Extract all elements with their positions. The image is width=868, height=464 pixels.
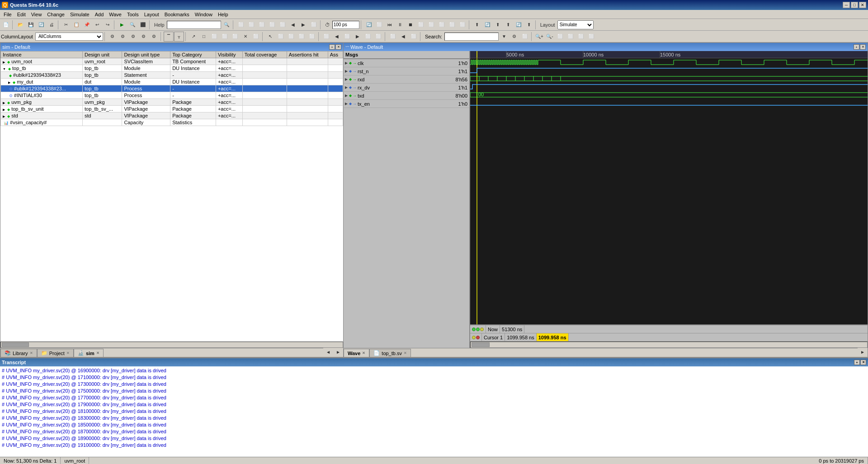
search-btn2[interactable]: ⬜	[520, 32, 530, 42]
help-search-btn[interactable]: 🔍	[222, 20, 231, 30]
signal-row[interactable]: ▶ ◆ → tx_en 1'h0	[344, 100, 469, 108]
minimize-button[interactable]: ─	[843, 2, 850, 8]
zoom-in-btn[interactable]: 🔍+	[534, 32, 544, 42]
left-hscroll[interactable]	[0, 342, 343, 348]
copy-btn[interactable]: 📋	[71, 20, 81, 30]
signal-row[interactable]: ▶ ◆ → rst_n 1'h1	[344, 67, 469, 75]
table-row[interactable]: ⚙ #INITIAL#30	[1, 92, 83, 99]
wv-btn16[interactable]: ▶	[353, 32, 363, 42]
col-btn1[interactable]: ⚙	[108, 32, 118, 42]
menu-window[interactable]: Window	[192, 10, 215, 19]
search-input[interactable]	[444, 33, 499, 41]
sim-btn3[interactable]: ⏮	[385, 20, 395, 30]
signal-row[interactable]: ▶ ◆ → rx_dv 1'h1	[344, 84, 469, 92]
zoom-btn4[interactable]: ⬜	[566, 32, 576, 42]
signal-expand-icon[interactable]: ▶	[344, 69, 349, 73]
signal-expand-icon[interactable]: ▶	[344, 94, 349, 98]
wave-tab-close[interactable]: ✕	[362, 351, 365, 355]
menu-tools[interactable]: Tools	[124, 10, 142, 19]
table-row[interactable]: ▶ ◆ uvm_pkg	[1, 99, 83, 106]
close-button[interactable]: ✕	[859, 2, 866, 8]
menu-wave[interactable]: Wave	[106, 10, 124, 19]
col-layout-select[interactable]: AllColumns	[35, 33, 103, 41]
tab-left-btn[interactable]: ◀	[323, 347, 333, 357]
wv-btn20[interactable]: ◀	[398, 32, 408, 42]
wv-btn8[interactable]: ↖	[265, 32, 275, 42]
expand-icon[interactable]: ▶	[3, 61, 5, 64]
nav-btn4[interactable]: ⬆	[503, 20, 513, 30]
expand-icon[interactable]: ▶	[3, 115, 5, 118]
wv-btn17[interactable]: ⬜	[363, 32, 373, 42]
wv-btn6[interactable]: ✕	[241, 32, 250, 42]
wv-btn5[interactable]: ⬜	[230, 32, 240, 42]
signal-expand-icon[interactable]: ▶	[344, 61, 349, 65]
wave-hscroll-thumb[interactable]	[472, 342, 490, 347]
undo-btn[interactable]: ↩	[92, 20, 102, 30]
wv-btn4[interactable]: ⬜	[220, 32, 230, 42]
nav-btn5[interactable]: 🔄	[514, 20, 524, 30]
menu-simulate[interactable]: Simulate	[67, 10, 92, 19]
sim-btn7[interactable]: ⬜	[426, 20, 436, 30]
sim-btn2[interactable]: ⬜	[374, 20, 384, 30]
sim-btn8[interactable]: ⬜	[437, 20, 447, 30]
wv-btn12[interactable]: ⬜	[307, 32, 317, 42]
tab-project-close[interactable]: ✕	[66, 351, 70, 355]
wv-btn19[interactable]: ⬜	[388, 32, 398, 42]
open-btn[interactable]: 📂	[15, 20, 25, 30]
zoom-fit-btn[interactable]: ⬜	[555, 32, 565, 42]
transcript-restore[interactable]: +	[854, 360, 860, 365]
breakpt-btn[interactable]: ⬛	[138, 20, 148, 30]
wv-btn9[interactable]: ⬜	[276, 32, 286, 42]
menu-view[interactable]: View	[28, 10, 45, 19]
wave-shape2[interactable]: ╥	[174, 32, 184, 42]
table-row[interactable]: ◆ #ublk#129394338#23	[1, 72, 83, 79]
search-go-btn[interactable]: ▼	[499, 32, 509, 42]
tab-sim[interactable]: 🔬 sim ✕	[74, 349, 104, 357]
refresh-btn[interactable]: 🔄	[36, 20, 46, 30]
wv-btn21[interactable]: ⬜	[409, 32, 419, 42]
wave-hscroll[interactable]	[470, 342, 868, 348]
menu-bookmarks[interactable]: Bookmarks	[162, 10, 192, 19]
cut-btn[interactable]: ✂	[61, 20, 71, 30]
tab-top-tb-sv[interactable]: 📄 top_tb.sv ✕	[369, 349, 411, 357]
sim-btn5[interactable]: ⏹	[406, 20, 415, 30]
run-btn[interactable]: ▶	[117, 20, 127, 30]
wv-btn18[interactable]: ⬜	[373, 32, 383, 42]
table-row[interactable]: ▶ ◆ my_dut	[1, 79, 83, 85]
expand-icon[interactable]: ▶	[3, 108, 5, 111]
wave-btn6[interactable]: ◀	[288, 20, 298, 30]
nav-btn3[interactable]: ⬆	[493, 20, 503, 30]
expand-icon[interactable]: ▼	[3, 67, 6, 70]
wv-btn7[interactable]: ⬜	[251, 32, 261, 42]
table-row[interactable]: ⚙ #ublk#129394338#23...	[1, 85, 83, 92]
left-hscroll-thumb[interactable]	[2, 342, 29, 347]
sim-btn10[interactable]: ⬜	[458, 20, 467, 30]
paste-btn[interactable]: 📌	[82, 20, 92, 30]
maximize-button[interactable]: □	[851, 2, 858, 8]
col-btn5[interactable]: ⚙	[149, 32, 159, 42]
wave-btn2[interactable]: ⬜	[246, 20, 256, 30]
wv-btn15[interactable]: ⬜	[342, 32, 352, 42]
left-panel-restore[interactable]: +	[329, 44, 335, 50]
wv-btn3[interactable]: ⬜	[209, 32, 219, 42]
menu-edit[interactable]: Edit	[14, 10, 28, 19]
signal-expand-icon[interactable]: ▶	[344, 85, 349, 89]
table-row[interactable]: ▶ ◆ std	[1, 112, 83, 119]
signal-row[interactable]: ▶ ◆ → rxd 8'h56	[344, 75, 469, 84]
tab-project[interactable]: 📁 Project ✕	[37, 349, 74, 357]
transcript-close[interactable]: ✕	[860, 360, 866, 365]
signal-row[interactable]: ▶ ◆ → clk 1'h0	[344, 59, 469, 67]
sim-btn9[interactable]: ⬜	[447, 20, 457, 30]
col-btn2[interactable]: ⚙	[118, 32, 128, 42]
left-panel-close[interactable]: ✕	[335, 44, 341, 50]
wave-btn5[interactable]: ⬜	[278, 20, 288, 30]
menu-help[interactable]: Help	[215, 10, 231, 19]
wave-btn3[interactable]: ⬜	[257, 20, 267, 30]
wave-btn4[interactable]: ⬜	[267, 20, 277, 30]
zoom-btn5[interactable]: ⬜	[576, 32, 586, 42]
menu-layout[interactable]: Layout	[142, 10, 162, 19]
table-row[interactable]: ▶ ◆ top_tb_sv_unit	[1, 106, 83, 112]
wv-btn1[interactable]: ↗	[189, 32, 198, 42]
table-row[interactable]: ▶ ◆ uvm_root	[1, 58, 83, 65]
menu-add[interactable]: Add	[92, 10, 107, 19]
